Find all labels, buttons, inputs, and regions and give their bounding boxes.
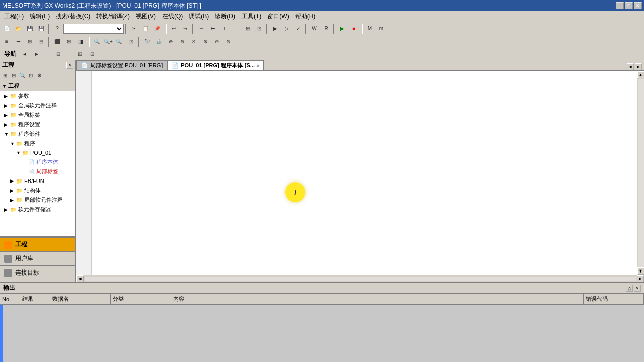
- menu-view[interactable]: 视图(V): [133, 11, 159, 22]
- vscroll-down-btn[interactable]: ▼: [637, 267, 645, 275]
- hscroll[interactable]: ◄ ►: [76, 275, 644, 282]
- nav-btn2[interactable]: ►: [31, 49, 42, 60]
- tb2-btn15[interactable]: ⊖: [177, 36, 188, 47]
- tab-project[interactable]: 工程: [0, 237, 75, 251]
- nav-btn5[interactable]: ⊡: [87, 49, 98, 60]
- cut-btn[interactable]: ✂: [129, 23, 140, 34]
- nav-btn3[interactable]: ⊟: [43, 49, 73, 60]
- paste-btn[interactable]: 📌: [152, 23, 163, 34]
- tab-prog-body[interactable]: 📄 POU_01 [PRG] 程序本体 [S... ×: [167, 60, 264, 70]
- close-button[interactable]: ✕: [634, 2, 642, 9]
- output-close-btn[interactable]: ×: [634, 285, 641, 292]
- menu-debug[interactable]: 调试(B): [186, 11, 212, 22]
- run-btn[interactable]: ▶: [337, 23, 348, 34]
- tree-item-pou01[interactable]: ▼ 📁 POU_01: [0, 148, 75, 157]
- write-btn[interactable]: W: [309, 23, 320, 34]
- tb2-btn14[interactable]: ⊕: [165, 36, 176, 47]
- monitor2-btn[interactable]: m: [376, 23, 387, 34]
- copy-btn[interactable]: 📋: [140, 23, 151, 34]
- menu-edit[interactable]: 编辑(E): [27, 11, 53, 22]
- menu-tools[interactable]: 工具(T): [238, 11, 264, 22]
- tb2-btn3[interactable]: ⊞: [24, 36, 35, 47]
- tree-section-header[interactable]: ▼ 工程: [0, 81, 75, 91]
- ladder5-btn[interactable]: ⊞: [242, 23, 253, 34]
- nav-btn1[interactable]: ◄: [19, 49, 30, 60]
- tree-item-local-label[interactable]: ▶ 📄 局部标签: [0, 167, 75, 176]
- output-expand-btn[interactable]: △: [626, 285, 633, 292]
- tree-tb-btn3[interactable]: 🔍: [18, 72, 26, 80]
- menu-convert[interactable]: 转换/编译(Z): [93, 11, 133, 22]
- tree-item-prog-settings[interactable]: ▶ 📁 程序设置: [0, 120, 75, 129]
- menu-window[interactable]: 窗口(W): [264, 11, 292, 22]
- tb2-btn6[interactable]: ⊞: [63, 36, 74, 47]
- tb2-zoom-in[interactable]: 🔬: [153, 36, 165, 47]
- ladder6-btn[interactable]: ⊡: [254, 23, 265, 34]
- redo-btn[interactable]: ↪: [180, 23, 191, 34]
- tree-tb-btn4[interactable]: ⊡: [27, 72, 35, 80]
- ladder3-btn[interactable]: ⊥: [219, 23, 230, 34]
- vscroll-track[interactable]: [638, 79, 644, 267]
- tb2-btn10[interactable]: 🔍-: [114, 36, 125, 47]
- new-btn[interactable]: 📄: [1, 23, 12, 34]
- tb2-btn17[interactable]: ⊛: [200, 36, 211, 47]
- hscroll-left-btn[interactable]: ◄: [76, 275, 84, 282]
- restore-button[interactable]: □: [625, 2, 633, 9]
- tab-connection[interactable]: 连接目标: [0, 265, 75, 280]
- tree-item-prog-parts[interactable]: ▼ 📁 程序部件: [0, 129, 75, 139]
- tree-tb-btn2[interactable]: ⊟: [10, 72, 18, 80]
- tree-item-device-mem[interactable]: ▶ 📁 软元件存储器: [0, 205, 75, 214]
- editor-canvas[interactable]: I: [76, 71, 637, 275]
- menu-project[interactable]: 工程(F): [1, 11, 27, 22]
- tab-nav-right[interactable]: ►: [635, 63, 642, 70]
- open-btn[interactable]: 📂: [13, 23, 24, 34]
- hscroll-right-btn[interactable]: ►: [637, 275, 644, 282]
- tb2-btn16[interactable]: ✕: [188, 36, 199, 47]
- tab-nav-left[interactable]: ◄: [627, 63, 634, 70]
- tree-item-prog-body[interactable]: ▶ 📄 程序本体: [0, 157, 75, 167]
- save-btn[interactable]: 💾: [24, 23, 35, 34]
- tb2-btn11[interactable]: ⊡: [126, 36, 137, 47]
- project-dropdown[interactable]: [63, 24, 124, 34]
- tree-item-global-comment[interactable]: ▶ 📁 全局软元件注释: [0, 101, 75, 110]
- tree-item-params[interactable]: ▶ 📁 参数: [0, 91, 75, 101]
- panel-close-button[interactable]: ×: [66, 62, 73, 69]
- ladder4-btn[interactable]: ⊤: [230, 23, 242, 34]
- vscroll-up-btn[interactable]: ▲: [637, 71, 645, 78]
- tb2-btn5[interactable]: ⬛: [52, 36, 63, 47]
- menu-help[interactable]: 帮助(H): [292, 11, 319, 22]
- tree-item-fbfun[interactable]: ▶ 📁 FB/FUN: [0, 176, 75, 186]
- monitor1-btn[interactable]: M: [364, 23, 375, 34]
- menu-diag[interactable]: 诊断(D): [212, 11, 238, 22]
- tree-item-struct[interactable]: ▶ 📁 结构体: [0, 186, 75, 195]
- help-btn[interactable]: ?: [52, 23, 63, 34]
- compile-btn[interactable]: ▶: [270, 23, 281, 34]
- tb2-btn4[interactable]: ⊟: [36, 36, 47, 47]
- hscroll-track[interactable]: [85, 277, 636, 281]
- vscroll[interactable]: ▲ ▼: [637, 71, 644, 275]
- undo-btn[interactable]: ↩: [168, 23, 179, 34]
- check-btn[interactable]: ✓: [293, 23, 304, 34]
- tb2-btn18[interactable]: ⊜: [211, 36, 222, 47]
- tb2-btn2[interactable]: ☰: [13, 36, 24, 47]
- menu-online[interactable]: 在线(Q): [159, 11, 186, 22]
- tb2-btn8[interactable]: 🔍: [91, 36, 102, 47]
- nav-btn4[interactable]: ⊞: [74, 49, 86, 60]
- tree-tb-btn1[interactable]: ⊞: [1, 72, 9, 80]
- ladder2-btn[interactable]: ⊢: [207, 23, 218, 34]
- tb2-btn7[interactable]: ◨: [75, 36, 86, 47]
- tree-item-program[interactable]: ▼ 📁 程序: [0, 139, 75, 148]
- tab-user-lib[interactable]: 用户库: [0, 251, 75, 265]
- tb2-btn19[interactable]: ⊝: [223, 36, 234, 47]
- tab-local-label[interactable]: 📄 局部标签设置 POU_01 [PRG]: [76, 60, 167, 70]
- menu-search[interactable]: 搜索/替换(C): [53, 11, 93, 22]
- tree-item-global-label[interactable]: ▶ 📁 全局标签: [0, 110, 75, 120]
- stop-btn[interactable]: ■: [348, 23, 359, 34]
- read-btn[interactable]: R: [320, 23, 332, 34]
- build-btn[interactable]: ▷: [281, 23, 292, 34]
- tree-item-local-comment[interactable]: ▶ 📁 局部软元件注释: [0, 195, 75, 205]
- tb2-zoom-out[interactable]: 🔭: [142, 36, 153, 47]
- tab-prog-close[interactable]: ×: [257, 63, 259, 68]
- ladder1-btn[interactable]: ⊣: [196, 23, 207, 34]
- minimize-button[interactable]: ─: [616, 2, 624, 9]
- tb2-btn9[interactable]: 🔍+: [103, 36, 114, 47]
